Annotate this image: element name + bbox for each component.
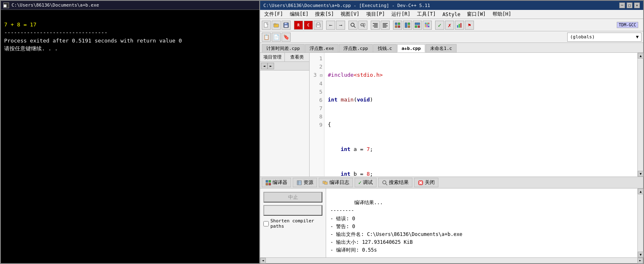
ide-titlebar: C:\Users\86136\Documents\a+b.cpp - [Exec… xyxy=(260,1,643,10)
shorten-compiler-checkbox[interactable] xyxy=(263,221,269,226)
sidebar-tab-class[interactable]: 查看类 xyxy=(285,53,309,61)
menu-view[interactable]: 视图[V] xyxy=(338,10,362,18)
tb-layout1-button[interactable] xyxy=(393,21,402,30)
terminal-content: 7 + 8 = 17 -----------------------------… xyxy=(1,10,259,263)
bottom-scrollbar[interactable]: ▲ ▼ xyxy=(637,189,643,257)
menu-astyle[interactable]: AStyle xyxy=(440,11,463,18)
svg-rect-26 xyxy=(405,23,407,28)
bottom-tab-resource[interactable]: 资源 xyxy=(293,178,317,187)
bottom-tab-close[interactable]: 关闭 xyxy=(414,178,438,187)
abort-button[interactable]: 中止 xyxy=(263,192,322,203)
tab-jisuan[interactable]: 计算时间差.cpp xyxy=(262,44,305,52)
globals-dropdown[interactable]: (globals) ▼ xyxy=(567,33,642,42)
menu-file[interactable]: 文件[F] xyxy=(262,10,286,18)
svg-rect-37 xyxy=(428,24,429,26)
tb-check-button[interactable]: ✓ xyxy=(435,21,444,30)
sidebar-nav-left[interactable]: ◄ xyxy=(261,63,268,69)
tb-layout2-button[interactable] xyxy=(403,21,412,30)
bottom-scroll-track xyxy=(638,194,643,252)
tb-replace-button[interactable] xyxy=(358,21,367,30)
tb-print-button[interactable] xyxy=(314,21,323,30)
code-scrollbar[interactable]: ▲ ▼ xyxy=(637,53,643,177)
tb-layout3-button[interactable] xyxy=(413,21,422,30)
ide-maximize-button[interactable]: □ xyxy=(627,2,632,8)
tab-zhaoquan[interactable]: 找钱.c xyxy=(373,44,397,52)
line-num-3: 3 ⊟ xyxy=(311,71,322,80)
tab-fudian-cpp[interactable]: 浮点数.cpp xyxy=(339,44,373,52)
h-scroll-right[interactable]: ► xyxy=(637,258,643,264)
svg-rect-53 xyxy=(324,182,327,184)
svg-rect-24 xyxy=(395,26,397,28)
tb-new-button[interactable] xyxy=(262,21,271,30)
tb-clipboard1-button[interactable]: 📋 xyxy=(262,33,271,42)
svg-rect-40 xyxy=(428,26,429,27)
bottom-tab-search[interactable]: 搜索结果 xyxy=(378,178,412,187)
svg-rect-31 xyxy=(418,26,420,28)
code-line-4: int a = 7; xyxy=(328,145,634,153)
svg-rect-48 xyxy=(297,181,301,185)
scroll-up-arrow[interactable]: ▲ xyxy=(638,53,644,59)
svg-rect-20 xyxy=(383,26,388,26)
tb-undo-button[interactable]: ⟵ xyxy=(326,21,335,30)
scroll-down-arrow[interactable]: ▼ xyxy=(638,171,644,177)
menu-help[interactable]: 帮助[H] xyxy=(490,10,514,18)
svg-rect-33 xyxy=(426,23,428,24)
svg-point-54 xyxy=(383,181,386,184)
compile-controls: 中止 Shorten compiler paths xyxy=(260,189,326,257)
line-num-6: 6 xyxy=(311,96,322,104)
bottom-tab-compiler[interactable]: 编译器 xyxy=(262,178,291,187)
code-lines[interactable]: #include<stdio.h> int main(void) { int a… xyxy=(324,53,637,177)
svg-rect-19 xyxy=(383,24,386,25)
tb-open-button[interactable] xyxy=(272,21,281,30)
tab-fudian-exe[interactable]: 浮点数.exe xyxy=(305,44,339,52)
tb-indent-button[interactable] xyxy=(371,21,380,30)
code-editor[interactable]: 1 2 3 ⊟ 4 5 6 7 8 9 #include<stdio.h> in… xyxy=(310,53,637,177)
tab-aplusb[interactable]: a+b.cpp xyxy=(397,44,425,52)
sidebar-tab-project[interactable]: 项目管理 xyxy=(260,53,285,61)
ide-minimize-button[interactable]: ─ xyxy=(619,2,625,8)
tb-redo-button[interactable]: ⟶ xyxy=(336,21,345,30)
line-numbers: 1 2 3 ⊟ 4 5 6 7 8 9 xyxy=(310,53,324,177)
code-area: 1 2 3 ⊟ 4 5 6 7 8 9 #include<stdio.h> in… xyxy=(310,53,637,177)
sidebar-tabs: 项目管理 查看类 xyxy=(260,53,309,62)
bottom-scroll-down[interactable]: ▼ xyxy=(638,252,644,257)
tb-clipboard3-button[interactable]: 🔖 xyxy=(282,33,291,42)
svg-rect-27 xyxy=(408,23,410,25)
tb-btn4[interactable]: R xyxy=(294,21,303,30)
code-line-5: int b = 8; xyxy=(328,170,634,177)
globals-dropdown-arrow[interactable]: ▼ xyxy=(636,34,639,40)
svg-rect-45 xyxy=(269,180,271,182)
terminal-output-line3: Process exited after 0.5191 seconds with… xyxy=(4,38,182,44)
tb-flag-button[interactable]: ⚑ xyxy=(465,21,474,30)
h-scroll-left[interactable]: ◄ xyxy=(260,258,266,264)
svg-rect-28 xyxy=(408,26,410,28)
menu-window[interactable]: 窗口[W] xyxy=(464,10,488,18)
tb-grid-button[interactable] xyxy=(423,21,432,30)
bottom-tab-log[interactable]: 编译日志 xyxy=(319,178,353,187)
ide-close-button[interactable]: × xyxy=(634,2,640,8)
menu-edit[interactable]: 编辑[E] xyxy=(287,10,311,18)
tb-chart-button[interactable] xyxy=(455,21,464,30)
tb-btn5[interactable]: C xyxy=(304,21,313,30)
tb-clipboard2-button[interactable]: 📄 xyxy=(272,33,281,42)
code-line-1: #include<stdio.h> xyxy=(328,71,634,79)
tb-save-button[interactable] xyxy=(282,21,291,30)
svg-rect-5 xyxy=(284,25,288,27)
tb-outdent-button[interactable] xyxy=(381,21,390,30)
menu-bar: 文件[F] 编辑[E] 搜索[S] 视图[V] 项目[P] 运行[R] 工具[T… xyxy=(260,10,643,19)
svg-rect-29 xyxy=(415,23,420,25)
bottom-tab-log-label: 编译日志 xyxy=(329,179,349,186)
menu-tools[interactable]: 工具[T] xyxy=(414,10,438,18)
svg-rect-15 xyxy=(374,24,378,25)
sidebar-nav-right[interactable]: ► xyxy=(268,63,274,69)
menu-project[interactable]: 项目[P] xyxy=(364,10,388,18)
svg-rect-22 xyxy=(395,23,397,25)
bottom-tab-debug[interactable]: ✓ 调试 xyxy=(355,178,376,187)
tb-stop-button[interactable]: ✗ xyxy=(445,21,454,30)
menu-run[interactable]: 运行[R] xyxy=(389,10,413,18)
menu-search[interactable]: 搜索[S] xyxy=(313,10,336,18)
tb-find-button[interactable] xyxy=(348,21,358,30)
tab-unnamed[interactable]: 未命名1.c xyxy=(426,44,457,52)
line-num-1: 1 xyxy=(311,54,322,63)
bottom-scroll-up[interactable]: ▲ xyxy=(638,189,644,194)
